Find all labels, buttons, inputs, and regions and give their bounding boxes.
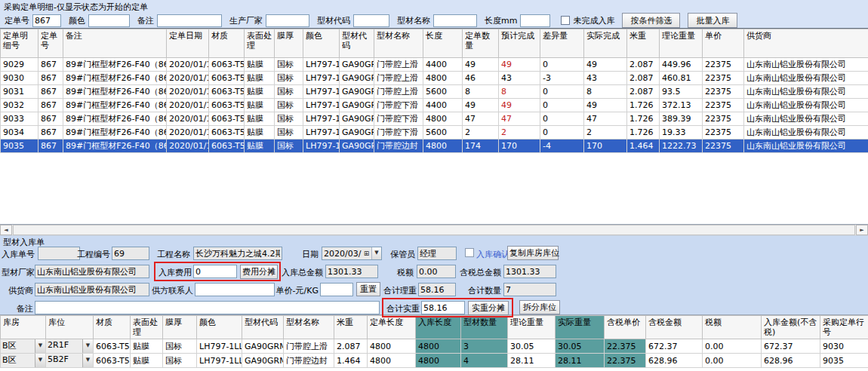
order-cell[interactable]: 22375 [703, 99, 744, 112]
order-cell[interactable]: 9030 [1, 72, 38, 85]
order-cell[interactable]: 43 [584, 72, 627, 85]
order-cell[interactable]: 0 [540, 85, 584, 99]
order-cell[interactable]: 门带腔边封 [374, 140, 423, 153]
order-cell[interactable]: 867 [38, 112, 63, 126]
order-column-header[interactable]: 理论重量 [660, 29, 703, 58]
order-cell[interactable]: 372.13 [660, 99, 703, 112]
order-cell[interactable]: 49 [584, 99, 627, 112]
order-cell[interactable]: 22375 [703, 58, 744, 72]
order-cell[interactable]: 山东南山铝业股份有限公司 [744, 58, 868, 72]
order-cell[interactable]: GA90GRM03 [340, 85, 374, 99]
order-cell[interactable]: 贴膜 [245, 99, 275, 112]
inbound-column-header[interactable]: 型材数量 [461, 316, 508, 339]
order-cell[interactable]: 5600 [423, 85, 463, 99]
chevron-down-icon[interactable]: ▼ [35, 339, 45, 353]
order-cell[interactable]: GA90GRM04 [340, 112, 374, 126]
order-column-header[interactable]: 预计完成 [499, 29, 540, 58]
order-cell[interactable]: 山东南山铝业股份有限公司 [744, 99, 868, 112]
chevron-down-icon[interactable]: ▼ [35, 354, 45, 367]
order-cell[interactable]: GA90GRM05 [340, 140, 374, 153]
order-column-header[interactable]: 材质 [209, 29, 245, 58]
order-row[interactable]: 903186789#门框型材F26-F40（866+867）2020/01/13… [1, 85, 868, 99]
order-cell[interactable]: 6063-T5 [209, 85, 245, 99]
order-cell[interactable]: 867 [38, 85, 63, 99]
order-cell[interactable]: 贴膜 [245, 85, 275, 99]
order-cell[interactable]: 0 [540, 112, 584, 126]
order-cell[interactable]: 山东南山铝业股份有限公司 [744, 112, 868, 126]
order-cell[interactable]: 6063-T5 [209, 126, 245, 140]
inbound-cell[interactable]: 4800 [416, 354, 461, 368]
order-column-header[interactable]: 备注 [63, 29, 167, 58]
order-cell[interactable]: 1.464 [627, 140, 660, 153]
inbound-column-header[interactable]: 表面处理 [131, 316, 163, 339]
order-cell[interactable]: 89#门框型材F26-F40（866+867） [63, 112, 167, 126]
order-cell[interactable]: 2020/01/13 [167, 112, 209, 126]
order-cell[interactable]: GA90GRM03 [340, 72, 374, 85]
order-cell[interactable]: 2.087 [627, 72, 660, 85]
inbound-cell[interactable]: 628.96 [762, 354, 820, 368]
order-cell[interactable]: 4800 [423, 140, 463, 153]
order-cell[interactable]: 22375 [703, 126, 744, 140]
order-cell[interactable]: 9035 [1, 140, 38, 153]
order-cell[interactable]: 8 [463, 85, 499, 99]
inbound-cell[interactable]: 1.464 [334, 354, 368, 368]
order-cell[interactable]: 2020/01/13 [167, 85, 209, 99]
order-cell[interactable]: 170 [499, 140, 540, 153]
inbound-column-header[interactable]: 入库金额(不含税) [762, 316, 820, 339]
order-cell[interactable]: 门带腔下滑 [374, 126, 423, 140]
order-cell[interactable]: 2020/01/13 [167, 72, 209, 85]
inbound-cell[interactable]: 国标 [163, 354, 197, 368]
order-column-header[interactable]: 颜色 [303, 29, 340, 58]
order-cell[interactable]: 49 [499, 58, 540, 72]
warehouse-select[interactable]: B区▼ [1, 354, 45, 367]
manufacturer-input[interactable] [35, 265, 149, 278]
order-row[interactable]: 903286789#门框型材F26-F40（866+867）2020/01/13… [1, 99, 868, 112]
order-cell[interactable]: 门带腔上滑 [374, 85, 423, 99]
inbound-cell[interactable]: 4800 [416, 339, 461, 354]
order-column-header[interactable]: 定单数量 [463, 29, 499, 58]
order-cell[interactable]: GA90GRM03 [340, 58, 374, 72]
order-column-header[interactable]: 膜厚 [275, 29, 303, 58]
order-cell[interactable]: 2020/01/13 [167, 99, 209, 112]
split-location-button[interactable]: 拆分库位 [519, 300, 560, 314]
order-cell[interactable]: 国标 [275, 140, 303, 153]
order-cell[interactable]: -4 [540, 140, 584, 153]
order-cell[interactable]: 国标 [275, 99, 303, 112]
inbound-cell[interactable]: B区▼ [1, 339, 46, 354]
order-cell[interactable]: LH797-1LL0 [303, 58, 340, 72]
order-cell[interactable]: 1.726 [627, 126, 660, 140]
inbound-cell[interactable]: 0.00 [703, 354, 762, 368]
inbound-column-header[interactable]: 米重 [334, 316, 368, 339]
order-cell[interactable]: 867 [38, 72, 63, 85]
inbound-cell[interactable]: B区▼ [1, 354, 46, 368]
order-row[interactable]: 903486789#门框型材F26-F40（866+867）2020/01/13… [1, 126, 868, 140]
filter-input[interactable] [88, 14, 130, 27]
order-cell[interactable]: 867 [38, 58, 63, 72]
scroll-left-button[interactable]: ◄ [0, 225, 12, 235]
reset-button[interactable]: 重置 [356, 282, 380, 296]
order-row[interactable]: 902986789#门框型材F26-F40（866+867）2020/01/13… [1, 58, 868, 72]
order-column-header[interactable]: 实际完成 [584, 29, 627, 58]
inbound-column-header[interactable]: 理论重量 [508, 316, 556, 339]
order-cell[interactable]: LH797-1LL0 [303, 85, 340, 99]
inbound-no-input[interactable] [38, 247, 80, 260]
order-cell[interactable]: -3 [540, 72, 584, 85]
copy-location-button[interactable]: 复制库房库位 [507, 246, 559, 260]
order-cell[interactable]: 国标 [275, 126, 303, 140]
fee-share-button[interactable]: 费用分摊 [240, 265, 278, 279]
filter-input[interactable] [266, 14, 309, 27]
order-cell[interactable]: 2020/01/13 [167, 58, 209, 72]
order-cell[interactable]: 22375 [703, 72, 744, 85]
inbound-cell[interactable]: 2.087 [334, 339, 368, 354]
order-cell[interactable]: 门带腔下滑 [374, 112, 423, 126]
order-cell[interactable]: 49 [463, 58, 499, 72]
order-cell[interactable]: 174 [463, 140, 499, 153]
order-cell[interactable]: 山东南山铝业股份有限公司 [744, 85, 868, 99]
inbound-column-header[interactable]: 含税金额 [646, 316, 703, 339]
order-cell[interactable]: 2 [584, 126, 627, 140]
horizontal-scrollbar[interactable]: ◄ ► [0, 225, 868, 236]
order-cell[interactable]: 22375 [703, 140, 744, 153]
order-cell[interactable]: 2 [463, 126, 499, 140]
batch-inbound-button[interactable]: 批量入库 [688, 13, 737, 28]
fee-input[interactable] [193, 265, 237, 278]
